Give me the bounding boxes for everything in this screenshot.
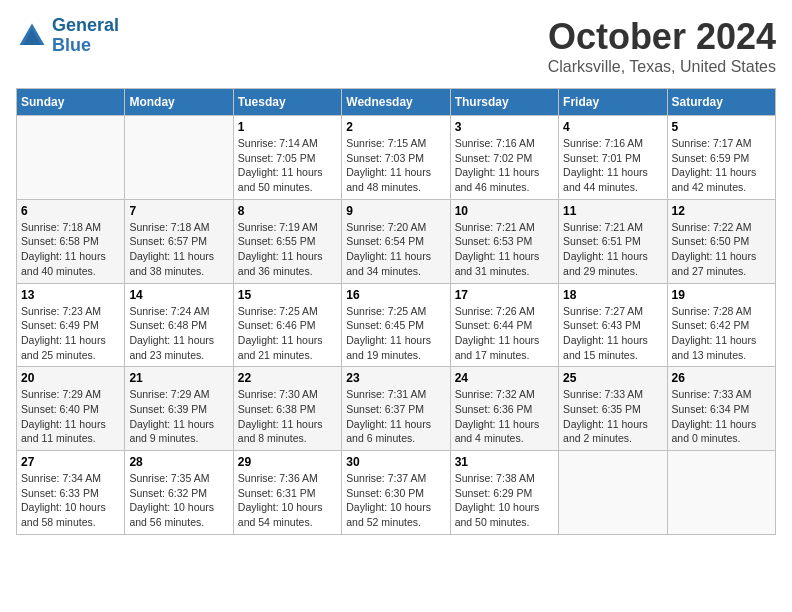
calendar-cell: 6Sunrise: 7:18 AM Sunset: 6:58 PM Daylig… bbox=[17, 199, 125, 283]
calendar-cell: 11Sunrise: 7:21 AM Sunset: 6:51 PM Dayli… bbox=[559, 199, 667, 283]
day-number: 1 bbox=[238, 120, 337, 134]
day-number: 12 bbox=[672, 204, 771, 218]
day-number: 28 bbox=[129, 455, 228, 469]
calendar-cell: 28Sunrise: 7:35 AM Sunset: 6:32 PM Dayli… bbox=[125, 451, 233, 535]
day-info: Sunrise: 7:25 AM Sunset: 6:45 PM Dayligh… bbox=[346, 304, 445, 363]
day-info: Sunrise: 7:21 AM Sunset: 6:53 PM Dayligh… bbox=[455, 220, 554, 279]
day-info: Sunrise: 7:24 AM Sunset: 6:48 PM Dayligh… bbox=[129, 304, 228, 363]
day-number: 26 bbox=[672, 371, 771, 385]
day-info: Sunrise: 7:34 AM Sunset: 6:33 PM Dayligh… bbox=[21, 471, 120, 530]
day-number: 3 bbox=[455, 120, 554, 134]
calendar-cell: 22Sunrise: 7:30 AM Sunset: 6:38 PM Dayli… bbox=[233, 367, 341, 451]
month-title: October 2024 bbox=[548, 16, 776, 58]
day-number: 20 bbox=[21, 371, 120, 385]
calendar-cell: 15Sunrise: 7:25 AM Sunset: 6:46 PM Dayli… bbox=[233, 283, 341, 367]
day-number: 21 bbox=[129, 371, 228, 385]
title-area: October 2024 Clarksville, Texas, United … bbox=[548, 16, 776, 76]
day-info: Sunrise: 7:23 AM Sunset: 6:49 PM Dayligh… bbox=[21, 304, 120, 363]
calendar-cell bbox=[125, 116, 233, 200]
day-number: 31 bbox=[455, 455, 554, 469]
day-info: Sunrise: 7:37 AM Sunset: 6:30 PM Dayligh… bbox=[346, 471, 445, 530]
day-header-thursday: Thursday bbox=[450, 89, 558, 116]
header: General Blue October 2024 Clarksville, T… bbox=[16, 16, 776, 76]
day-number: 29 bbox=[238, 455, 337, 469]
calendar-cell: 3Sunrise: 7:16 AM Sunset: 7:02 PM Daylig… bbox=[450, 116, 558, 200]
day-info: Sunrise: 7:16 AM Sunset: 7:02 PM Dayligh… bbox=[455, 136, 554, 195]
day-header-monday: Monday bbox=[125, 89, 233, 116]
day-number: 22 bbox=[238, 371, 337, 385]
calendar-cell: 27Sunrise: 7:34 AM Sunset: 6:33 PM Dayli… bbox=[17, 451, 125, 535]
calendar-cell: 26Sunrise: 7:33 AM Sunset: 6:34 PM Dayli… bbox=[667, 367, 775, 451]
day-number: 19 bbox=[672, 288, 771, 302]
day-info: Sunrise: 7:35 AM Sunset: 6:32 PM Dayligh… bbox=[129, 471, 228, 530]
week-row-2: 6Sunrise: 7:18 AM Sunset: 6:58 PM Daylig… bbox=[17, 199, 776, 283]
calendar-cell: 4Sunrise: 7:16 AM Sunset: 7:01 PM Daylig… bbox=[559, 116, 667, 200]
day-info: Sunrise: 7:22 AM Sunset: 6:50 PM Dayligh… bbox=[672, 220, 771, 279]
day-info: Sunrise: 7:18 AM Sunset: 6:58 PM Dayligh… bbox=[21, 220, 120, 279]
week-row-5: 27Sunrise: 7:34 AM Sunset: 6:33 PM Dayli… bbox=[17, 451, 776, 535]
week-row-1: 1Sunrise: 7:14 AM Sunset: 7:05 PM Daylig… bbox=[17, 116, 776, 200]
day-number: 27 bbox=[21, 455, 120, 469]
calendar-cell: 31Sunrise: 7:38 AM Sunset: 6:29 PM Dayli… bbox=[450, 451, 558, 535]
calendar-cell: 20Sunrise: 7:29 AM Sunset: 6:40 PM Dayli… bbox=[17, 367, 125, 451]
calendar-cell: 17Sunrise: 7:26 AM Sunset: 6:44 PM Dayli… bbox=[450, 283, 558, 367]
day-info: Sunrise: 7:26 AM Sunset: 6:44 PM Dayligh… bbox=[455, 304, 554, 363]
calendar-cell: 13Sunrise: 7:23 AM Sunset: 6:49 PM Dayli… bbox=[17, 283, 125, 367]
calendar-cell: 21Sunrise: 7:29 AM Sunset: 6:39 PM Dayli… bbox=[125, 367, 233, 451]
calendar-cell: 7Sunrise: 7:18 AM Sunset: 6:57 PM Daylig… bbox=[125, 199, 233, 283]
day-number: 9 bbox=[346, 204, 445, 218]
calendar-cell bbox=[559, 451, 667, 535]
logo-icon bbox=[16, 20, 48, 52]
day-number: 4 bbox=[563, 120, 662, 134]
day-number: 2 bbox=[346, 120, 445, 134]
day-info: Sunrise: 7:21 AM Sunset: 6:51 PM Dayligh… bbox=[563, 220, 662, 279]
day-number: 16 bbox=[346, 288, 445, 302]
day-header-sunday: Sunday bbox=[17, 89, 125, 116]
day-number: 8 bbox=[238, 204, 337, 218]
calendar-cell: 1Sunrise: 7:14 AM Sunset: 7:05 PM Daylig… bbox=[233, 116, 341, 200]
day-info: Sunrise: 7:27 AM Sunset: 6:43 PM Dayligh… bbox=[563, 304, 662, 363]
week-row-4: 20Sunrise: 7:29 AM Sunset: 6:40 PM Dayli… bbox=[17, 367, 776, 451]
calendar-cell: 23Sunrise: 7:31 AM Sunset: 6:37 PM Dayli… bbox=[342, 367, 450, 451]
day-number: 14 bbox=[129, 288, 228, 302]
day-info: Sunrise: 7:20 AM Sunset: 6:54 PM Dayligh… bbox=[346, 220, 445, 279]
logo: General Blue bbox=[16, 16, 119, 56]
day-info: Sunrise: 7:14 AM Sunset: 7:05 PM Dayligh… bbox=[238, 136, 337, 195]
day-number: 13 bbox=[21, 288, 120, 302]
calendar-cell bbox=[17, 116, 125, 200]
day-info: Sunrise: 7:28 AM Sunset: 6:42 PM Dayligh… bbox=[672, 304, 771, 363]
calendar-header-row: SundayMondayTuesdayWednesdayThursdayFrid… bbox=[17, 89, 776, 116]
day-header-friday: Friday bbox=[559, 89, 667, 116]
calendar-cell: 19Sunrise: 7:28 AM Sunset: 6:42 PM Dayli… bbox=[667, 283, 775, 367]
day-number: 15 bbox=[238, 288, 337, 302]
location-title: Clarksville, Texas, United States bbox=[548, 58, 776, 76]
day-info: Sunrise: 7:33 AM Sunset: 6:34 PM Dayligh… bbox=[672, 387, 771, 446]
day-number: 7 bbox=[129, 204, 228, 218]
logo-text: General Blue bbox=[52, 16, 119, 56]
day-info: Sunrise: 7:38 AM Sunset: 6:29 PM Dayligh… bbox=[455, 471, 554, 530]
day-info: Sunrise: 7:32 AM Sunset: 6:36 PM Dayligh… bbox=[455, 387, 554, 446]
day-info: Sunrise: 7:36 AM Sunset: 6:31 PM Dayligh… bbox=[238, 471, 337, 530]
calendar-cell: 25Sunrise: 7:33 AM Sunset: 6:35 PM Dayli… bbox=[559, 367, 667, 451]
day-number: 11 bbox=[563, 204, 662, 218]
day-info: Sunrise: 7:16 AM Sunset: 7:01 PM Dayligh… bbox=[563, 136, 662, 195]
calendar-cell: 8Sunrise: 7:19 AM Sunset: 6:55 PM Daylig… bbox=[233, 199, 341, 283]
day-number: 17 bbox=[455, 288, 554, 302]
day-number: 23 bbox=[346, 371, 445, 385]
calendar-cell: 30Sunrise: 7:37 AM Sunset: 6:30 PM Dayli… bbox=[342, 451, 450, 535]
day-info: Sunrise: 7:18 AM Sunset: 6:57 PM Dayligh… bbox=[129, 220, 228, 279]
day-number: 30 bbox=[346, 455, 445, 469]
day-number: 5 bbox=[672, 120, 771, 134]
calendar-cell: 18Sunrise: 7:27 AM Sunset: 6:43 PM Dayli… bbox=[559, 283, 667, 367]
day-info: Sunrise: 7:33 AM Sunset: 6:35 PM Dayligh… bbox=[563, 387, 662, 446]
calendar-cell: 16Sunrise: 7:25 AM Sunset: 6:45 PM Dayli… bbox=[342, 283, 450, 367]
day-header-tuesday: Tuesday bbox=[233, 89, 341, 116]
calendar-cell: 2Sunrise: 7:15 AM Sunset: 7:03 PM Daylig… bbox=[342, 116, 450, 200]
calendar-cell: 10Sunrise: 7:21 AM Sunset: 6:53 PM Dayli… bbox=[450, 199, 558, 283]
day-header-saturday: Saturday bbox=[667, 89, 775, 116]
day-info: Sunrise: 7:15 AM Sunset: 7:03 PM Dayligh… bbox=[346, 136, 445, 195]
calendar-table: SundayMondayTuesdayWednesdayThursdayFrid… bbox=[16, 88, 776, 535]
day-info: Sunrise: 7:29 AM Sunset: 6:39 PM Dayligh… bbox=[129, 387, 228, 446]
calendar-cell: 9Sunrise: 7:20 AM Sunset: 6:54 PM Daylig… bbox=[342, 199, 450, 283]
day-info: Sunrise: 7:30 AM Sunset: 6:38 PM Dayligh… bbox=[238, 387, 337, 446]
